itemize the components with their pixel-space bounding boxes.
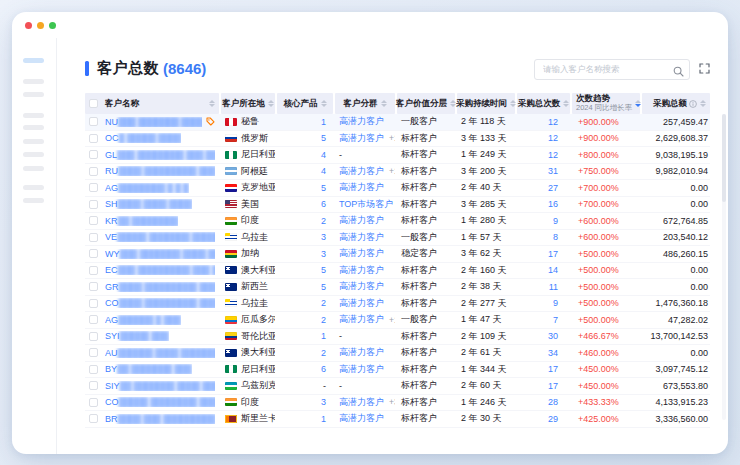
column-header-segment[interactable]: 客户分群 bbox=[335, 93, 395, 114]
table-row[interactable]: EC███ █████████ ███ ███████澳大利亚5高潜力客户标杆客… bbox=[85, 263, 710, 280]
segment-link[interactable]: 高潜力客户 bbox=[339, 247, 384, 260]
segment-link[interactable]: 高潜力客户 bbox=[339, 346, 384, 359]
segment-link[interactable]: 高潜力客户 bbox=[339, 214, 384, 227]
column-header-name[interactable]: 客户名称 bbox=[85, 93, 219, 114]
sidebar-item[interactable] bbox=[23, 166, 44, 171]
table-row[interactable]: SH████ ████ ████美国6TOP市场客户标杆客户3 年 285 天1… bbox=[85, 197, 710, 214]
sidebar-item-active[interactable] bbox=[23, 58, 44, 63]
sort-caret-icon[interactable] bbox=[321, 100, 327, 107]
row-checkbox[interactable] bbox=[89, 348, 98, 357]
row-checkbox[interactable] bbox=[89, 282, 98, 291]
table-row[interactable]: AU██████ ████ ██████████ P...澳大利亚2高潜力客户标… bbox=[85, 345, 710, 362]
sort-caret-icon[interactable] bbox=[381, 100, 387, 107]
sort-caret-icon[interactable] bbox=[510, 100, 516, 107]
table-row[interactable]: AG████████ █ █ █克罗地亚5高潜力客户标杆客户2 年 40 天27… bbox=[85, 180, 710, 197]
customer-name-link[interactable]: AU██████ ████ ██████████ P... bbox=[105, 348, 215, 358]
segment-link[interactable]: 高潜力客户 bbox=[339, 363, 384, 376]
sort-caret-icon[interactable] bbox=[635, 100, 641, 107]
segment-link[interactable]: 高潜力客户 bbox=[339, 412, 384, 425]
customer-name-link[interactable]: AG██████ █ ███ bbox=[105, 315, 181, 325]
expand-fullscreen-icon[interactable] bbox=[699, 63, 710, 74]
customer-name-link[interactable]: KR██ ████████ bbox=[105, 216, 178, 226]
column-header-location[interactable]: 客户所在地 bbox=[221, 93, 275, 114]
search-icon[interactable] bbox=[673, 63, 684, 81]
segment-link[interactable]: 高潜力客户 bbox=[339, 280, 384, 293]
customer-name-link[interactable]: WY███ ███████ ████ ███U... bbox=[105, 249, 215, 259]
customer-name-link[interactable]: RU████ █████████ ███ bbox=[105, 166, 215, 176]
scrollbar-thumb[interactable] bbox=[722, 114, 726, 202]
row-checkbox[interactable] bbox=[89, 233, 98, 242]
sidebar-item[interactable] bbox=[23, 125, 44, 130]
column-header-count[interactable]: 采购总次数 bbox=[517, 93, 570, 114]
table-row[interactable]: KR██ ████████印度2高潜力客户标杆客户1 年 280 天9+600.… bbox=[85, 213, 710, 230]
table-row[interactable]: RU████ █████████ ███阿根廷4高潜力客户+1标杆客户3 年 2… bbox=[85, 164, 710, 181]
customer-name-link[interactable]: SH████ ████ ████ bbox=[105, 199, 192, 209]
table-row[interactable]: AG██████ █ ███厄瓜多尔2高潜力客户+1一般客户1 年 47 天7+… bbox=[85, 312, 710, 329]
segment-link[interactable]: 高潜力客户 bbox=[339, 132, 384, 145]
table-row[interactable]: BY██ ███████ ███尼日利亚6高潜力客户标杆客户1 年 344 天1… bbox=[85, 362, 710, 379]
column-header-total[interactable]: 采购总额 bbox=[642, 93, 710, 114]
sidebar-item[interactable] bbox=[23, 92, 44, 97]
sidebar-item[interactable] bbox=[23, 185, 44, 190]
customer-name-link[interactable]: EC███ █████████ ███ ███████ bbox=[105, 265, 215, 275]
customer-name-link[interactable]: CO████ █████████ ██████ R... bbox=[105, 298, 215, 308]
table-row[interactable]: VE█████ ███████ █████乌拉圭3高潜力客户一般客户1 年 57… bbox=[85, 230, 710, 247]
sidebar-item[interactable] bbox=[23, 139, 44, 144]
column-header-duration[interactable]: 采购持续时间 bbox=[457, 93, 515, 114]
column-header-trend[interactable]: 次数趋势2024 同比增长率 bbox=[572, 93, 640, 114]
sort-caret-icon[interactable] bbox=[209, 100, 215, 107]
close-window-icon[interactable] bbox=[25, 22, 32, 29]
table-row[interactable]: BR████ ███ █████████ ███ LTD斯里兰卡1高潜力客户标杆… bbox=[85, 411, 710, 428]
sidebar-item[interactable] bbox=[23, 152, 44, 157]
maximize-window-icon[interactable] bbox=[49, 22, 56, 29]
row-checkbox[interactable] bbox=[89, 398, 98, 407]
sort-caret-icon[interactable] bbox=[268, 100, 274, 107]
row-checkbox[interactable] bbox=[89, 332, 98, 341]
row-checkbox[interactable] bbox=[89, 150, 98, 159]
sort-caret-icon[interactable] bbox=[563, 100, 569, 107]
vertical-scrollbar[interactable] bbox=[722, 114, 726, 420]
segment-link[interactable]: 高潜力客户 bbox=[339, 115, 384, 128]
row-checkbox[interactable] bbox=[89, 167, 98, 176]
column-header-product[interactable]: 核心产品 bbox=[277, 93, 333, 114]
table-row[interactable]: SYI█████ ███哥伦比亚1-标杆客户2 年 109 天30+466.67… bbox=[85, 329, 710, 346]
search-input[interactable] bbox=[534, 59, 690, 80]
row-checkbox[interactable] bbox=[89, 134, 98, 143]
segment-link[interactable]: 高潜力客户 bbox=[339, 313, 384, 326]
row-checkbox[interactable] bbox=[89, 183, 98, 192]
info-icon[interactable] bbox=[689, 100, 697, 108]
sort-caret-icon[interactable] bbox=[700, 100, 706, 107]
row-checkbox[interactable] bbox=[89, 315, 98, 324]
customer-name-link[interactable]: BY██ ███████ ███ bbox=[105, 364, 192, 374]
customer-name-link[interactable]: AG████████ █ █ █ bbox=[105, 183, 189, 193]
row-checkbox[interactable] bbox=[89, 117, 98, 126]
minimize-window-icon[interactable] bbox=[37, 22, 44, 29]
segment-link[interactable]: 高潜力客户 bbox=[339, 297, 384, 310]
sidebar-item[interactable] bbox=[23, 198, 44, 203]
customer-name-link[interactable]: SYI█████ ███ bbox=[105, 331, 169, 341]
column-header-tier[interactable]: 客户价值分层 bbox=[397, 93, 455, 114]
table-row[interactable]: SIY██ ███████ ████ ██████ X...乌兹别克斯坦--标杆… bbox=[85, 378, 710, 395]
customer-name-link[interactable]: BR████ ███ █████████ ███ LTD bbox=[105, 414, 215, 424]
tag-icon[interactable] bbox=[206, 117, 215, 126]
segment-link[interactable]: 高潜力客户 bbox=[339, 231, 384, 244]
table-row[interactable]: GL███ ████████ ███ ████A...尼日利亚4-标杆客户1 年… bbox=[85, 147, 710, 164]
row-checkbox[interactable] bbox=[89, 299, 98, 308]
segment-link[interactable]: 高潜力客户 bbox=[339, 165, 384, 178]
table-row[interactable]: CO████ █████████ ██████ R...乌拉圭2高潜力客户标杆客… bbox=[85, 296, 710, 313]
segment-link[interactable]: 高潜力客户 bbox=[339, 181, 384, 194]
table-row[interactable]: OC█ █████ ████俄罗斯5高潜力客户+1标杆客户3 年 133 天12… bbox=[85, 131, 710, 148]
table-row[interactable]: WY███ ███████ ████ ███U...加纳3高潜力客户稳定客户3 … bbox=[85, 246, 710, 263]
row-checkbox[interactable] bbox=[89, 200, 98, 209]
row-checkbox[interactable] bbox=[89, 266, 98, 275]
segment-link[interactable]: 高潜力客户 bbox=[339, 396, 384, 409]
customer-name-link[interactable]: GR████ █████████ ██████ bbox=[105, 282, 215, 292]
table-row[interactable]: NU███ ███████ █████秘鲁1高潜力客户一般客户2 年 118 天… bbox=[85, 114, 710, 131]
table-row[interactable]: GR████ █████████ ██████新西兰5高潜力客户标杆客户2 年 … bbox=[85, 279, 710, 296]
row-checkbox[interactable] bbox=[89, 414, 98, 423]
table-row[interactable]: CO█████ ████████ ███████ ...印度3高潜力客户+3标杆… bbox=[85, 395, 710, 412]
row-checkbox[interactable] bbox=[89, 381, 98, 390]
row-checkbox[interactable] bbox=[89, 365, 98, 374]
row-checkbox[interactable] bbox=[89, 216, 98, 225]
customer-name-link[interactable]: CO█████ ████████ ███████ ... bbox=[105, 397, 215, 407]
